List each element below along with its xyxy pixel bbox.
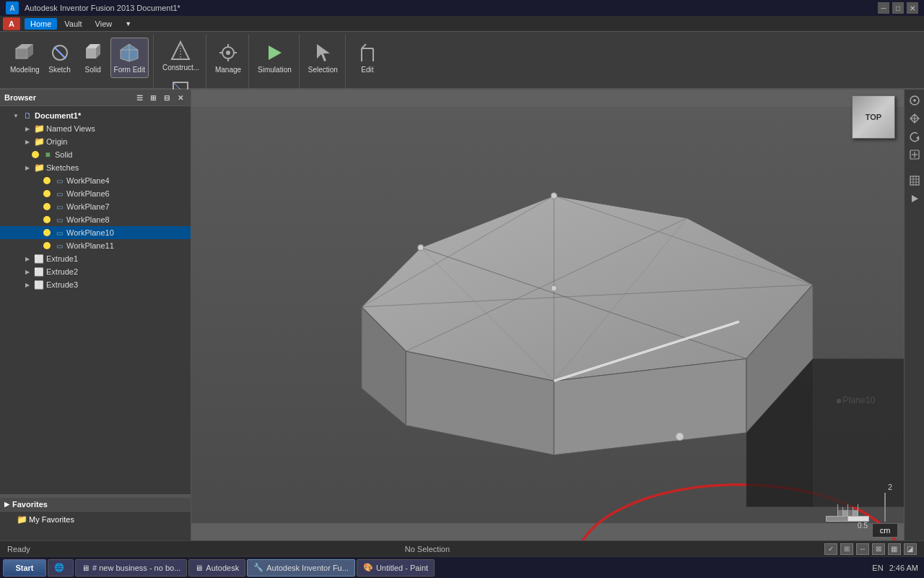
start-label: Start	[15, 564, 33, 572]
ribbon-btn-simulation[interactable]: Simulation	[255, 38, 295, 78]
taskbar-browser-icon: 🌐	[54, 563, 64, 572]
tree-icon-workplane6: ▭	[53, 188, 65, 199]
measure-unit: cm	[872, 523, 898, 538]
tool-grid[interactable]	[907, 173, 923, 189]
browser-icon-collapse[interactable]: ⊟	[161, 92, 173, 103]
start-button[interactable]: Start	[3, 559, 46, 577]
status-btn-6[interactable]: ◪	[904, 543, 917, 555]
browser-icon-close[interactable]: ✕	[175, 92, 186, 103]
menu-extra[interactable]: ▼	[119, 19, 137, 29]
view-cube-top[interactable]: TOP	[852, 95, 895, 139]
tree-arrow-sketches[interactable]: ▶	[23, 163, 32, 172]
tree-arrow-document[interactable]: ▼	[12, 111, 20, 120]
browser-icon-list[interactable]: ☰	[134, 92, 145, 103]
svg-point-46	[551, 285, 557, 291]
favorites-collapse-arrow[interactable]: ▶	[4, 501, 9, 508]
tree-item-workplane7[interactable]: ▭ WorkPlane7	[0, 200, 191, 213]
status-selection: No Selection	[405, 545, 450, 553]
title-bar: A Autodesk Inventor Fusion 2013 Document…	[0, 0, 924, 16]
tree-item-workplane8[interactable]: ▭ WorkPlane8	[0, 213, 191, 226]
tree-item-workplane11[interactable]: ▭ WorkPlane11	[0, 239, 191, 252]
tree-icon-extrude1: ⬜	[33, 253, 45, 264]
menu-home[interactable]: Home	[25, 18, 57, 30]
taskbar-item-paint[interactable]: 🎨 Untitled - Paint	[357, 559, 435, 577]
title-text: Autodesk Inventor Fusion 2013 Document1*	[25, 4, 180, 12]
taskbar-new-business-icon: 🖥	[82, 564, 90, 572]
viewport[interactable]: Plane10 TOP	[191, 90, 924, 540]
workplane6-bulb-icon[interactable]	[43, 190, 51, 197]
tree-item-named-views[interactable]: ▶ 📁 Named Views	[0, 122, 191, 135]
ribbon-btn-solid[interactable]: Solid	[77, 38, 109, 78]
construct-icon	[169, 39, 192, 62]
status-btn-3[interactable]: ↔	[856, 543, 869, 555]
tool-pan[interactable]	[907, 111, 923, 126]
solid-bulb-icon[interactable]	[32, 151, 39, 158]
tree-item-workplane10[interactable]: ▭ WorkPlane10	[0, 226, 191, 239]
tree-arrow-extrude3[interactable]: ▶	[23, 280, 32, 289]
tree-item-workplane4[interactable]: ▭ WorkPlane4	[0, 174, 191, 187]
browser-icon-expand[interactable]: ⊞	[147, 92, 159, 103]
window-controls[interactable]: ─ □ ✕	[878, 2, 918, 14]
tree-arrow-named-views[interactable]: ▶	[23, 124, 32, 133]
svg-marker-21	[269, 46, 282, 60]
workplane10-bulb-icon[interactable]	[43, 229, 51, 236]
tool-play[interactable]	[907, 191, 923, 207]
3d-viewport-svg: Plane10	[191, 90, 924, 540]
tree-icon-extrude3: ⬜	[33, 279, 45, 290]
tree-item-document[interactable]: ▼ 🗋 Document1*	[0, 109, 191, 122]
workplane8-bulb-icon[interactable]	[43, 216, 51, 223]
tree-item-extrude3[interactable]: ▶ ⬜ Extrude3	[0, 278, 191, 291]
tree-arrow-extrude1[interactable]: ▶	[23, 254, 32, 263]
status-bar: Ready No Selection ✓ ⊞ ↔ ⊠ ▦ ◪	[0, 540, 924, 556]
tree-icon-named-views: 📁	[33, 123, 45, 134]
fav-item-my-favorites[interactable]: 📁 My Favorites	[0, 512, 191, 527]
tree-item-origin[interactable]: ▶ 📁 Origin	[0, 135, 191, 148]
systray-lang: EN	[872, 564, 883, 572]
minimize-button[interactable]: ─	[878, 2, 889, 14]
ribbon-btn-modeling[interactable]: Modeling	[7, 38, 43, 78]
restore-button[interactable]: □	[892, 2, 904, 14]
view-cube[interactable]: TOP	[852, 95, 895, 139]
tree-item-extrude1[interactable]: ▶ ⬜ Extrude1	[0, 252, 191, 265]
svg-marker-65	[912, 195, 918, 202]
close-button[interactable]: ✕	[907, 2, 918, 14]
taskbar-item-inventor[interactable]: 🔧 Autodesk Inventor Fu...	[247, 559, 355, 577]
tree-label-workplane4: WorkPlane4	[66, 176, 110, 185]
status-btn-5[interactable]: ▦	[888, 543, 901, 555]
tool-zoom[interactable]	[907, 147, 923, 163]
workplane11-bulb-icon[interactable]	[43, 242, 51, 249]
tool-rotate[interactable]	[907, 129, 923, 144]
workplane7-bulb-icon[interactable]	[43, 203, 51, 210]
taskbar-item-browser[interactable]: 🌐	[48, 559, 74, 577]
ribbon-btn-form-edit[interactable]: Form Edit	[110, 38, 149, 78]
tree-item-solid[interactable]: ■ Solid	[0, 148, 191, 161]
menu-view[interactable]: View	[90, 18, 118, 30]
form-edit-icon	[118, 41, 141, 64]
tree-label-origin: Origin	[46, 137, 67, 146]
svg-point-48	[676, 433, 684, 440]
modeling-label: Modeling	[10, 66, 40, 74]
workplane4-bulb-icon[interactable]	[43, 177, 51, 184]
tree-arrow-origin[interactable]: ▶	[23, 137, 32, 146]
taskbar-item-new-business[interactable]: 🖥 # new business - no bo...	[75, 559, 187, 577]
tree-arrow-extrude2[interactable]: ▶	[23, 267, 32, 276]
tree-item-extrude2[interactable]: ▶ ⬜ Extrude2	[0, 265, 191, 278]
ribbon-btn-selection[interactable]: Selection	[305, 38, 341, 78]
ribbon-btn-construct[interactable]: Construct...	[160, 38, 201, 74]
taskbar-autodesk-label: Autodesk	[206, 564, 239, 572]
ribbon-btn-edit[interactable]: Edit	[352, 38, 383, 78]
ribbon-btn-manage[interactable]: Manage	[212, 38, 244, 78]
tree-item-workplane6[interactable]: ▭ WorkPlane6	[0, 187, 191, 200]
tree-label-workplane10: WorkPlane10	[66, 228, 114, 237]
browser-tree: ▼ 🗋 Document1* ▶ 📁 Named Views ▶	[0, 106, 191, 494]
status-btn-2[interactable]: ⊞	[840, 543, 853, 555]
tool-zoom-fit[interactable]	[907, 92, 923, 108]
status-btn-4[interactable]: ⊠	[872, 543, 885, 555]
taskbar-item-autodesk[interactable]: 🖥 Autodesk	[188, 559, 245, 577]
ribbon-btn-sketch[interactable]: Sketch	[44, 38, 76, 78]
tree-item-sketches[interactable]: ▶ 📁 Sketches	[0, 161, 191, 174]
menu-vault[interactable]: Vault	[58, 18, 87, 30]
svg-point-44	[551, 193, 557, 199]
tree-label-workplane8: WorkPlane8	[66, 215, 110, 224]
status-btn-1[interactable]: ✓	[824, 543, 837, 555]
